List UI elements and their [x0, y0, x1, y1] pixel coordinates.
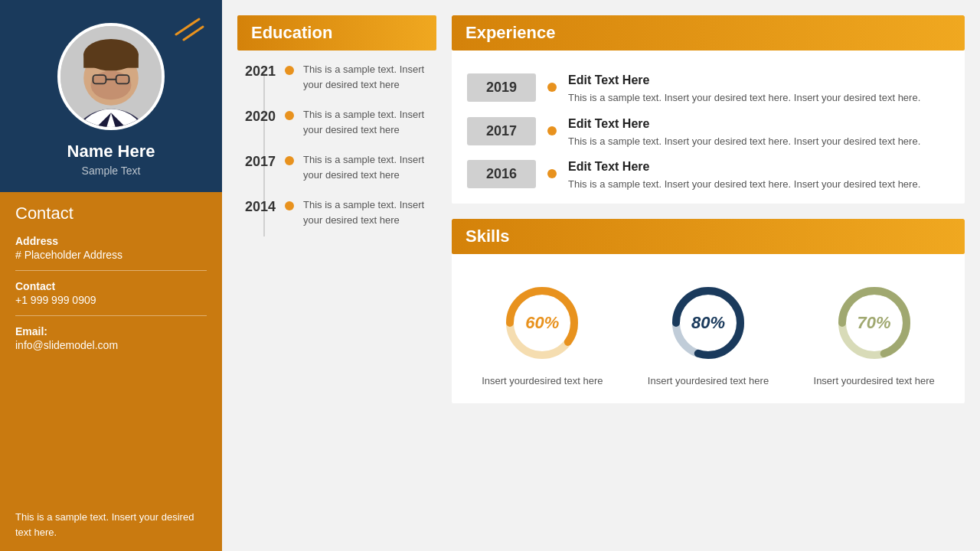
email-value: info@slidemodel.com: [15, 339, 207, 351]
exp-desc: This is a sample text. Insert your desir…: [568, 90, 949, 106]
bio-text: This is a sample text. Insert your desir…: [15, 510, 207, 540]
email-label: Email:: [15, 325, 207, 337]
exp-dot: [547, 126, 557, 135]
skills-section: Skills 60% Insert yourdesired text here …: [452, 219, 965, 403]
timeline-year: 2021: [245, 62, 285, 80]
exp-title: Edit Text Here: [568, 160, 949, 174]
person-title: Sample Text: [67, 165, 155, 177]
sidebar-contact: Contact Address # Placeholder Address Co…: [0, 192, 222, 502]
education-timeline: 2021 This is a sample text. Insert your …: [237, 62, 436, 243]
contact-value: +1 999 999 0909: [15, 294, 207, 306]
timeline-year: 2014: [245, 197, 285, 215]
experience-header: Experience: [452, 15, 965, 51]
skill-label: Insert yourdesired text here: [482, 374, 603, 388]
exp-item: 2017 Edit Text Here This is a sample tex…: [467, 117, 949, 149]
exp-text-block: Edit Text Here This is a sample text. In…: [568, 160, 949, 192]
sidebar-top: Name Here Sample Text: [0, 0, 222, 192]
education-section: Education 2021 This is a sample text. In…: [237, 15, 436, 536]
timeline-text: This is a sample text. Insert your desir…: [303, 152, 436, 182]
decorative-lines: [168, 15, 207, 57]
exp-desc: This is a sample text. Insert your desir…: [568, 177, 949, 192]
timeline-item: 2021 This is a sample text. Insert your …: [245, 62, 436, 92]
timeline-item: 2014 This is a sample text. Insert your …: [245, 197, 436, 227]
skill-percent: 60%: [525, 313, 559, 333]
timeline-text: This is a sample text. Insert your desir…: [303, 62, 436, 92]
email-item: Email: info@slidemodel.com: [15, 325, 207, 360]
address-value: # Placeholder Address: [15, 249, 207, 261]
timeline-text: This is a sample text. Insert your desir…: [303, 107, 436, 137]
exp-text-block: Edit Text Here This is a sample text. In…: [568, 117, 949, 149]
exp-item: 2016 Edit Text Here This is a sample tex…: [467, 160, 949, 192]
name-section: Name Here Sample Text: [67, 142, 155, 177]
timeline-dot: [285, 201, 294, 210]
skill-item: 70% Insert yourdesired text here: [814, 281, 935, 388]
exp-desc: This is a sample text. Insert your desir…: [568, 134, 949, 149]
timeline-dot: [285, 156, 294, 165]
main-content: Education 2021 This is a sample text. In…: [222, 0, 980, 551]
svg-rect-7: [83, 54, 139, 68]
exp-dot: [547, 169, 557, 178]
right-column: Experience 2019 Edit Text Here This is a…: [452, 15, 965, 536]
contact-heading: Contact: [15, 204, 207, 223]
exp-title: Edit Text Here: [568, 117, 949, 131]
experience-section: Experience 2019 Edit Text Here This is a…: [452, 15, 965, 204]
skill-label: Insert yourdesired text here: [648, 374, 769, 388]
exp-title: Edit Text Here: [568, 73, 949, 87]
skill-chart: 70%: [832, 281, 916, 365]
exp-year: 2016: [467, 160, 536, 188]
address-item: Address # Placeholder Address: [15, 235, 207, 271]
exp-year: 2019: [467, 73, 536, 102]
avatar: [57, 23, 165, 130]
skill-percent: 70%: [858, 313, 891, 333]
exp-text-block: Edit Text Here This is a sample text. In…: [568, 73, 949, 106]
skill-percent: 80%: [691, 313, 725, 333]
skills-header: Skills: [452, 219, 965, 254]
timeline-dot: [285, 111, 294, 120]
skill-chart: 80%: [666, 281, 750, 365]
timeline-item: 2017 This is a sample text. Insert your …: [245, 152, 436, 182]
skill-item: 80% Insert yourdesired text here: [648, 281, 769, 388]
skills-content: 60% Insert yourdesired text here 80% Ins…: [452, 266, 965, 403]
exp-year: 2017: [467, 117, 536, 145]
skill-item: 60% Insert yourdesired text here: [482, 281, 603, 388]
exp-item: 2019 Edit Text Here This is a sample tex…: [467, 73, 949, 106]
sidebar: Name Here Sample Text Contact Address # …: [0, 0, 222, 551]
timeline-year: 2017: [245, 152, 285, 170]
skill-chart: 60%: [500, 281, 584, 365]
timeline-text: This is a sample text. Insert your desir…: [303, 197, 436, 227]
sidebar-bio: This is a sample text. Insert your desir…: [0, 502, 222, 551]
experience-content: 2019 Edit Text Here This is a sample tex…: [452, 62, 965, 204]
contact-item: Contact +1 999 999 0909: [15, 280, 207, 316]
timeline-year: 2020: [245, 107, 285, 125]
timeline-item: 2020 This is a sample text. Insert your …: [245, 107, 436, 137]
address-label: Address: [15, 235, 207, 247]
exp-dot: [547, 83, 557, 92]
contact-label: Contact: [15, 280, 207, 292]
skill-label: Insert yourdesired text here: [814, 374, 935, 388]
person-name: Name Here: [67, 142, 155, 161]
education-header: Education: [237, 15, 436, 51]
timeline-dot: [285, 66, 294, 75]
